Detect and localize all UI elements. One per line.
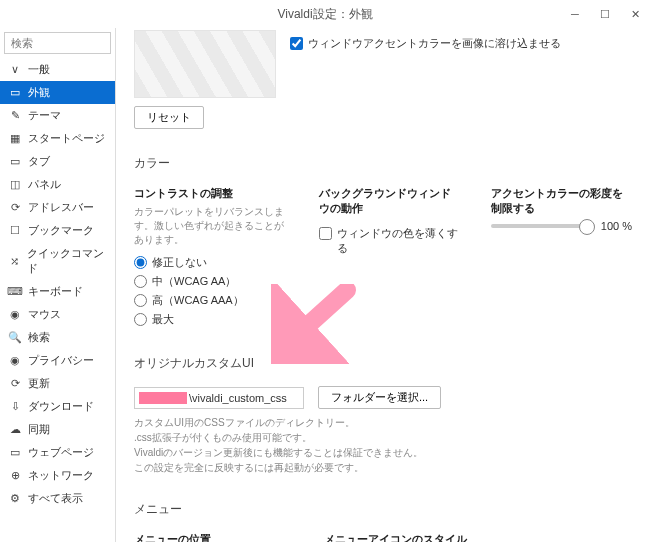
theme-preview <box>134 30 276 98</box>
contrast-hint: カラーパレットをリバランスします。激しい色ずれが起きることがあります。 <box>134 205 289 247</box>
keyboard-icon: ⌨ <box>8 285 22 299</box>
content-area: リセット ウィンドウアクセントカラーを画像に溶け込ませる カラー コントラストの… <box>116 28 650 542</box>
contrast-opt-0[interactable]: 修正しない <box>134 253 289 272</box>
sidebar-item-15[interactable]: ☁同期 <box>0 418 115 441</box>
sidebar-item-5[interactable]: ◫パネル <box>0 173 115 196</box>
accent-limit-head: アクセントカラーの彩度を制限する <box>491 186 632 216</box>
reset-button[interactable]: リセット <box>134 106 204 129</box>
mouse-icon: ◉ <box>8 308 22 322</box>
bgwin-checkbox[interactable]: ウィンドウの色を薄くする <box>319 220 460 256</box>
window-title: Vivaldi設定：外観 <box>277 6 372 23</box>
sidebar-item-label: ダウンロード <box>28 399 94 414</box>
sidebar-item-label: マウス <box>28 307 61 322</box>
sidebar-item-label: 検索 <box>28 330 50 345</box>
accent-slider[interactable] <box>491 224 595 228</box>
sidebar-item-label: タブ <box>28 154 50 169</box>
gear-icon: ⚙ <box>8 492 22 506</box>
redacted-path <box>139 392 187 404</box>
sidebar-item-0[interactable]: ∨一般 <box>0 58 115 81</box>
webpage-icon: ▭ <box>8 446 22 460</box>
section-color-title: カラー <box>134 155 632 172</box>
contrast-head: コントラストの調整 <box>134 186 289 201</box>
bgwin-head: バックグラウンドウィンドウの動作 <box>319 186 460 216</box>
sidebar: ∨一般▭外観✎テーマ▦スタートページ▭タブ◫パネル⟳アドレスバー☐ブックマーク⤮… <box>0 28 116 542</box>
sidebar-item-label: スタートページ <box>28 131 105 146</box>
tab-icon: ▭ <box>8 155 22 169</box>
contrast-radio-0[interactable] <box>134 256 147 269</box>
custom-css-path-input[interactable]: \vivaldi_custom_css <box>134 387 304 409</box>
sidebar-item-9[interactable]: ⌨キーボード <box>0 280 115 303</box>
customui-description: カスタムUI用のCSSファイルのディレクトリー。.css拡張子が付くものみ使用可… <box>134 415 632 475</box>
quick-icon: ⤮ <box>8 254 21 268</box>
sidebar-item-label: パネル <box>28 177 61 192</box>
network-icon: ⊕ <box>8 469 22 483</box>
menu-icon-head: メニューアイコンのスタイル <box>324 532 632 542</box>
sidebar-item-18[interactable]: ⚙すべて表示 <box>0 487 115 510</box>
sidebar-item-14[interactable]: ⇩ダウンロード <box>0 395 115 418</box>
folder-icon: ▭ <box>8 86 22 100</box>
download-icon: ⇩ <box>8 400 22 414</box>
contrast-opt-2[interactable]: 高（WCAG AAA） <box>134 291 289 310</box>
brush-icon: ✎ <box>8 109 22 123</box>
browse-folder-button[interactable]: フォルダーを選択... <box>318 386 441 409</box>
addr-icon: ⟳ <box>8 201 22 215</box>
sidebar-item-label: 外観 <box>28 85 50 100</box>
sidebar-item-7[interactable]: ☐ブックマーク <box>0 219 115 242</box>
sidebar-item-label: 同期 <box>28 422 50 437</box>
sidebar-item-3[interactable]: ▦スタートページ <box>0 127 115 150</box>
contrast-radio-1[interactable] <box>134 275 147 288</box>
sidebar-item-6[interactable]: ⟳アドレスバー <box>0 196 115 219</box>
sidebar-item-17[interactable]: ⊕ネットワーク <box>0 464 115 487</box>
sidebar-item-label: ブックマーク <box>28 223 94 238</box>
nav-list: ∨一般▭外観✎テーマ▦スタートページ▭タブ◫パネル⟳アドレスバー☐ブックマーク⤮… <box>0 58 115 542</box>
sidebar-item-4[interactable]: ▭タブ <box>0 150 115 173</box>
sidebar-item-label: すべて表示 <box>28 491 83 506</box>
search-icon: 🔍 <box>8 331 22 345</box>
search-input[interactable] <box>4 32 111 54</box>
contrast-opt-1[interactable]: 中（WCAG AA） <box>134 272 289 291</box>
sidebar-item-label: ウェブページ <box>28 445 94 460</box>
sidebar-item-label: ネットワーク <box>28 468 94 483</box>
bookmark-icon: ☐ <box>8 224 22 238</box>
sidebar-item-label: クイックコマンド <box>27 246 107 276</box>
panel-icon: ◫ <box>8 178 22 192</box>
sidebar-item-label: プライバシー <box>28 353 94 368</box>
sidebar-item-12[interactable]: ◉プライバシー <box>0 349 115 372</box>
sidebar-item-11[interactable]: 🔍検索 <box>0 326 115 349</box>
section-customui-title: オリジナルカスタムUI <box>134 355 632 372</box>
minimize-button[interactable]: ─ <box>560 0 590 28</box>
menu-pos-head: メニューの位置 <box>134 532 294 542</box>
eye-icon: ◉ <box>8 354 22 368</box>
contrast-radio-2[interactable] <box>134 294 147 307</box>
titlebar: Vivaldi設定：外観 ─ ☐ ✕ <box>0 0 650 28</box>
sidebar-item-label: アドレスバー <box>28 200 94 215</box>
sidebar-item-2[interactable]: ✎テーマ <box>0 104 115 127</box>
bgwin-input[interactable] <box>319 227 332 240</box>
sidebar-item-label: 一般 <box>28 62 50 77</box>
contrast-radio-3[interactable] <box>134 313 147 326</box>
update-icon: ⟳ <box>8 377 22 391</box>
sidebar-item-13[interactable]: ⟳更新 <box>0 372 115 395</box>
sidebar-item-label: キーボード <box>28 284 83 299</box>
close-button[interactable]: ✕ <box>620 0 650 28</box>
grid-icon: ▦ <box>8 132 22 146</box>
contrast-opt-3[interactable]: 最大 <box>134 310 289 329</box>
sync-icon: ☁ <box>8 423 22 437</box>
sidebar-item-label: テーマ <box>28 108 61 123</box>
sidebar-item-8[interactable]: ⤮クイックコマンド <box>0 242 115 280</box>
sidebar-item-16[interactable]: ▭ウェブページ <box>0 441 115 464</box>
accent-blend-input[interactable] <box>290 37 303 50</box>
maximize-button[interactable]: ☐ <box>590 0 620 28</box>
sidebar-item-label: 更新 <box>28 376 50 391</box>
sidebar-item-10[interactable]: ◉マウス <box>0 303 115 326</box>
chevron-icon: ∨ <box>8 63 22 77</box>
accent-blend-checkbox[interactable]: ウィンドウアクセントカラーを画像に溶け込ませる <box>290 30 561 51</box>
sidebar-item-1[interactable]: ▭外観 <box>0 81 115 104</box>
section-menu-title: メニュー <box>134 501 632 518</box>
accent-value: 100 % <box>601 220 632 232</box>
